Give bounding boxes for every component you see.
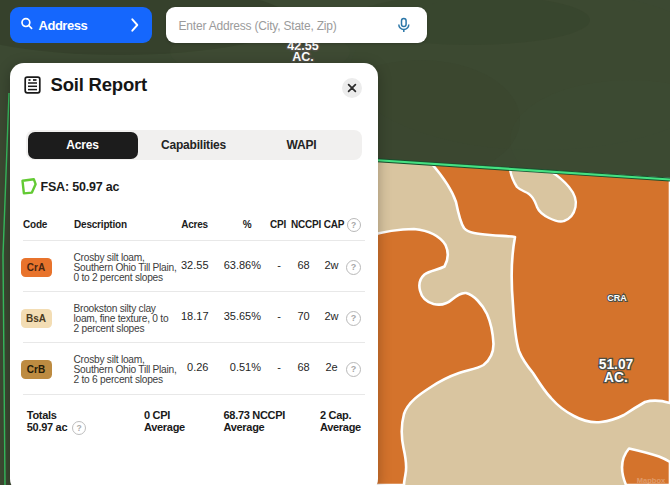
svg-text:Address: Address (39, 18, 88, 33)
svg-text:AC.: AC. (604, 370, 628, 385)
svg-text:Mapbox: Mapbox (637, 476, 666, 485)
svg-text:CRA: CRA (607, 293, 627, 303)
svg-text:AC.: AC. (292, 50, 314, 64)
